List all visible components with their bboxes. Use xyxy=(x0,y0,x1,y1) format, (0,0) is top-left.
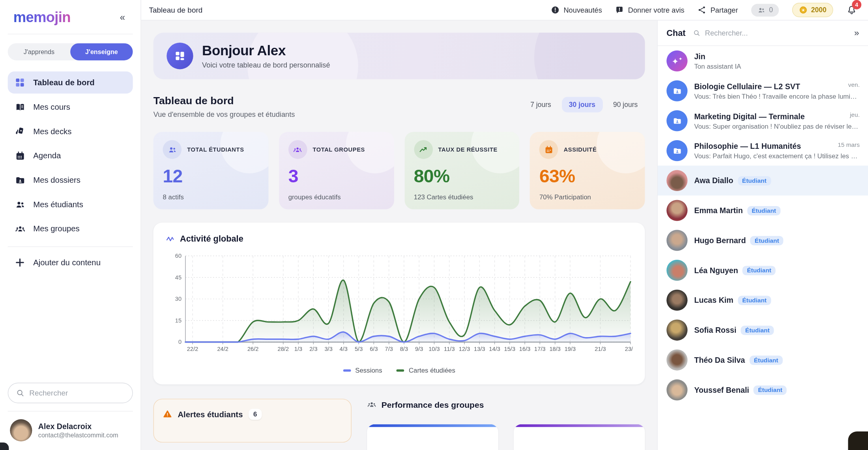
chat-time: jeu. xyxy=(850,111,860,118)
chat-item-student[interactable]: Awa Diallo Étudiant xyxy=(658,166,868,196)
student-alerts-card[interactable]: Alertes étudiants 6 xyxy=(153,399,352,442)
add-content-button[interactable]: Ajouter du contenu xyxy=(8,253,133,273)
sidebar-item-groups[interactable]: Mes groupes xyxy=(8,218,133,240)
performance-title: Performance des groupes xyxy=(382,399,484,409)
chat-item-group[interactable]: Biologie Cellulaire — L2 SVT Vous: Très … xyxy=(658,76,868,106)
sidebar-search-input[interactable] xyxy=(29,389,124,397)
student-name: Théo Da Silva xyxy=(694,356,745,364)
filter-30-days[interactable]: 30 jours xyxy=(562,97,603,112)
stat-value: 3 xyxy=(288,166,385,187)
sidebar-item-courses[interactable]: Mes cours xyxy=(8,96,133,118)
student-badge: Étudiant xyxy=(741,325,774,335)
svg-text:22/2: 22/2 xyxy=(187,346,198,352)
user-profile[interactable]: Alex Delacroix contact@thelastcommit.com xyxy=(8,411,133,450)
filter-7-days[interactable]: 7 jours xyxy=(523,97,558,112)
sidebar-item-agenda[interactable]: Agenda xyxy=(8,144,133,167)
student-avatar xyxy=(666,290,687,311)
chat-item-group[interactable]: Marketing Digital — Terminale Vous: Supe… xyxy=(658,106,868,136)
sidebar: memojin « J'apprends J'enseigne Tableau … xyxy=(0,0,141,450)
chat-list: ✦✦ Jin Ton assistant IA Biologie Cellula… xyxy=(658,46,868,450)
filter-90-days[interactable]: 90 jours xyxy=(606,97,645,112)
sidebar-item-label: Mes cours xyxy=(33,103,70,111)
group-performance-section: Performance des groupes xyxy=(367,399,645,450)
chat-item-student[interactable]: Hugo Bernard Étudiant xyxy=(658,225,868,255)
online-users-pill[interactable]: 0 xyxy=(751,4,779,16)
stat-label: TAUX DE RÉUSSITE xyxy=(438,146,498,153)
svg-text:30: 30 xyxy=(175,296,181,302)
chat-collapse-icon[interactable]: » xyxy=(854,28,859,38)
sidebar-item-dashboard[interactable]: Tableau de bord xyxy=(8,71,133,94)
sidebar-collapse-icon[interactable]: « xyxy=(116,11,128,24)
chat-search[interactable] xyxy=(693,29,846,37)
user-avatar xyxy=(10,419,32,441)
stat-card-groups: TOTAL GROUPES 3 groupes éducatifs xyxy=(279,132,394,209)
groups-icon xyxy=(288,140,307,159)
sidebar-item-folders[interactable]: Mes dossiers xyxy=(8,169,133,191)
chat-name: Jin xyxy=(694,52,859,60)
group-card[interactable] xyxy=(514,424,645,450)
coins-pill[interactable]: ★ 2000 xyxy=(792,3,833,17)
section-subtitle: Vue d'ensemble de vos groupes et étudian… xyxy=(153,110,295,118)
chat-item-student[interactable]: Youssef Benali Étudiant xyxy=(658,375,868,405)
group-icon xyxy=(367,399,376,409)
chat-item-student[interactable]: Lucas Kim Étudiant xyxy=(658,285,868,315)
chat-item-student[interactable]: Léa Nguyen Étudiant xyxy=(658,255,868,285)
mode-toggle-learn[interactable]: J'apprends xyxy=(8,43,71,60)
chat-title: Chat xyxy=(666,28,685,38)
activity-chart: 01530456022/224/226/228/21/32/33/34/35/3… xyxy=(166,251,633,362)
coins-count: 2000 xyxy=(811,6,827,14)
sidebar-item-decks[interactable]: Mes decks xyxy=(8,120,133,142)
alerts-count-badge: 6 xyxy=(248,409,262,420)
chat-subtitle: Ton assistant IA xyxy=(694,62,859,70)
feedback-bubble-icon xyxy=(615,6,624,14)
student-badge: Étudiant xyxy=(747,206,780,215)
notifications-button[interactable]: 4 xyxy=(846,5,857,15)
chat-search-input[interactable] xyxy=(705,29,847,37)
floating-action-button[interactable] xyxy=(848,431,868,450)
sidebar-item-label: Tableau de bord xyxy=(33,78,95,87)
svg-text:16/3: 16/3 xyxy=(519,346,531,352)
welcome-subtitle: Voici votre tableau de bord personnalisé xyxy=(202,61,330,69)
chat-subtitle: Vous: Parfait Hugo, c'est exactement ça … xyxy=(694,152,859,160)
student-badge: Étudiant xyxy=(750,236,784,245)
online-users-count: 0 xyxy=(769,6,773,14)
student-name: Hugo Bernard xyxy=(694,236,746,245)
plus-icon xyxy=(14,257,25,268)
warning-icon xyxy=(163,409,172,419)
chat-item-student[interactable]: Théo Da Silva Étudiant xyxy=(658,345,868,375)
sidebar-nav: Tableau de bord Mes cours Mes decks Agen… xyxy=(8,71,133,240)
sidebar-item-label: Mes dossiers xyxy=(33,176,80,184)
share-label: Partager xyxy=(711,6,738,14)
share-icon xyxy=(698,6,706,14)
feedback-label: Donner votre avis xyxy=(628,6,685,14)
svg-text:21/3: 21/3 xyxy=(595,346,606,352)
chat-item-student[interactable]: Emma Martin Étudiant xyxy=(658,195,868,225)
app-logo[interactable]: memojin xyxy=(13,9,71,26)
svg-text:18/3: 18/3 xyxy=(549,346,561,352)
chat-subtitle: Vous: Très bien Théo ! Travaille encore … xyxy=(694,92,859,100)
stats-row: TOTAL ÉTUDIANTS 12 8 actifs TOTAL GROUPE… xyxy=(153,132,645,209)
stat-label: ASSIDUITÉ xyxy=(564,146,597,153)
student-name: Sofia Rossi xyxy=(694,326,736,334)
mode-toggle-teach[interactable]: J'enseigne xyxy=(70,43,133,60)
page-title: Tableau de bord xyxy=(149,6,202,14)
group-folder-icon xyxy=(666,80,687,101)
chat-item-jin[interactable]: ✦✦ Jin Ton assistant IA xyxy=(658,46,868,76)
main-content: Bonjour Alex Voici votre tableau de bord… xyxy=(141,21,657,450)
stat-value: 63% xyxy=(539,166,636,187)
sidebar-search[interactable] xyxy=(8,383,133,403)
news-button[interactable]: Nouveautés xyxy=(551,6,602,14)
chat-item-student[interactable]: Sofia Rossi Étudiant xyxy=(658,315,868,345)
share-button[interactable]: Partager xyxy=(698,6,738,14)
student-name: Lucas Kim xyxy=(694,296,733,304)
coin-icon: ★ xyxy=(799,6,808,14)
feedback-button[interactable]: Donner votre avis xyxy=(615,6,684,14)
sidebar-item-students[interactable]: Mes étudiants xyxy=(8,193,133,216)
group-folder-icon xyxy=(666,140,687,161)
chat-item-group[interactable]: Philosophie — L1 Humanités Vous: Parfait… xyxy=(658,136,868,166)
student-badge: Étudiant xyxy=(738,176,771,185)
group-card[interactable] xyxy=(367,424,498,450)
svg-text:45: 45 xyxy=(175,274,181,281)
svg-text:12/3: 12/3 xyxy=(459,346,470,352)
svg-text:60: 60 xyxy=(175,253,181,259)
